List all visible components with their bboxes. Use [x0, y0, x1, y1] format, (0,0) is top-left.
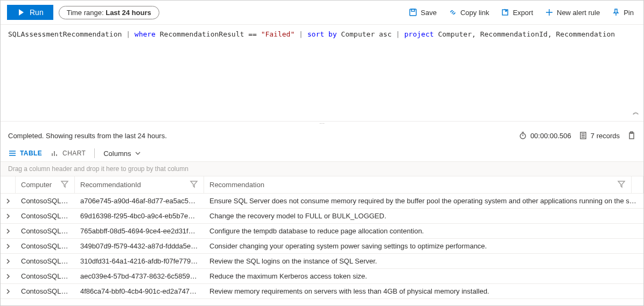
- run-button[interactable]: Run: [7, 5, 53, 20]
- cell-recommendation: Review the SQL logins on the instance of…: [204, 254, 643, 268]
- record-count: 7 records: [579, 131, 620, 140]
- save-label: Save: [421, 9, 437, 17]
- chevron-down-icon: [134, 149, 142, 158]
- expand-row-icon[interactable]: [1, 239, 16, 253]
- expand-row-icon[interactable]: [1, 269, 16, 283]
- query-table: SQLAssessmentRecommendation: [8, 30, 122, 38]
- time-range-selector[interactable]: Time range: Last 24 hours: [59, 6, 159, 19]
- table-row[interactable]: ContosoSQLSrv1a706e745-a90d-46af-8d77-ea…: [1, 194, 643, 209]
- time-range-prefix: Time range:: [67, 9, 106, 17]
- filter-icon[interactable]: [617, 180, 626, 190]
- stopwatch-icon: [519, 131, 527, 140]
- chart-icon: [51, 149, 59, 158]
- export-label: Export: [513, 9, 533, 17]
- column-header-recommendation[interactable]: Recommendation: [204, 176, 632, 193]
- table-row[interactable]: ContosoSQLSrv1310dfd31-64a1-4216-afdb-f0…: [1, 254, 643, 269]
- grid-body: ContosoSQLSrv1a706e745-a90d-46af-8d77-ea…: [1, 194, 643, 299]
- divider: [94, 148, 95, 158]
- status-bar: Completed. Showing results from the last…: [1, 126, 643, 145]
- view-tabs: TABLE CHART Columns: [1, 145, 643, 162]
- export-button[interactable]: Export: [498, 6, 536, 19]
- cell-computer: ContosoSQLSrv1: [16, 194, 75, 208]
- cell-computer: ContosoSQLSrv1: [16, 269, 75, 283]
- toolbar: Run Time range: Last 24 hours Save Copy …: [1, 1, 643, 25]
- cell-recommendationid: a706e745-a90d-46af-8d77-ea5ac51a233c: [75, 194, 204, 208]
- new-alert-label: New alert rule: [557, 9, 600, 17]
- expand-row-icon[interactable]: [1, 209, 16, 223]
- status-message: Completed. Showing results from the last…: [8, 132, 167, 140]
- cell-recommendationid: aec039e4-57bd-4737-8632-6c58593d4...: [75, 269, 204, 283]
- grid-header: Computer RecommendationId Recommendation: [1, 176, 643, 194]
- table-row[interactable]: ContosoSQLSrv1aec039e4-57bd-4737-8632-6c…: [1, 269, 643, 284]
- expand-row-icon[interactable]: [1, 224, 16, 238]
- pin-icon: [612, 8, 620, 17]
- copy-results-button[interactable]: [627, 131, 636, 140]
- cell-computer: ContosoSQLSrv1: [16, 284, 75, 298]
- tab-table[interactable]: TABLE: [8, 149, 42, 158]
- export-icon: [501, 8, 509, 17]
- records-icon: [579, 131, 587, 140]
- cell-recommendationid: 349b07d9-f579-4432-a87d-fddda5e63c...: [75, 239, 204, 253]
- filter-icon[interactable]: [60, 180, 69, 190]
- column-header-computer[interactable]: Computer: [16, 176, 75, 193]
- svg-rect-0: [410, 9, 416, 16]
- column-end: [632, 176, 643, 193]
- table-row[interactable]: ContosoSQLSrv14f86ca74-bbf0-4cb4-901c-ed…: [1, 284, 643, 299]
- elapsed-time: 00:00:00.506: [519, 131, 571, 140]
- query-editor[interactable]: SQLAssessmentRecommendation | where Reco…: [1, 25, 643, 122]
- column-expand: [1, 176, 16, 193]
- group-by-drop-zone[interactable]: Drag a column header and drop it here to…: [1, 162, 643, 176]
- cell-recommendation: Reduce the maximum Kerberos access token…: [204, 269, 643, 283]
- column-header-recommendationid[interactable]: RecommendationId: [75, 176, 204, 193]
- clipboard-icon: [627, 131, 636, 140]
- plus-icon: [545, 8, 554, 17]
- cell-recommendationid: 69d16398-f295-4bc0-a9c4-eb5b7e7096...: [75, 209, 204, 223]
- save-button[interactable]: Save: [405, 6, 440, 19]
- cell-recommendation: Configure the tempdb database to reduce …: [204, 224, 643, 238]
- time-range-value: Last 24 hours: [106, 9, 151, 17]
- table-row[interactable]: ContosoSQLSrv169d16398-f295-4bc0-a9c4-eb…: [1, 209, 643, 224]
- table-row[interactable]: ContosoSQLSrv1765abbff-08d5-4694-9ce4-ee…: [1, 224, 643, 239]
- cell-recommendationid: 4f86ca74-bbf0-4cb4-901c-ed2a7476602b: [75, 284, 204, 298]
- link-icon: [449, 8, 457, 17]
- cell-computer: ContosoSQLSrv1: [16, 224, 75, 238]
- cell-recommendation: Ensure SQL Server does not consume memor…: [204, 194, 643, 208]
- table-row[interactable]: ContosoSQLSrv1349b07d9-f579-4432-a87d-fd…: [1, 239, 643, 254]
- copy-link-label: Copy link: [460, 9, 489, 17]
- pin-button[interactable]: Pin: [608, 6, 637, 19]
- run-label: Run: [30, 8, 44, 17]
- filter-icon[interactable]: [190, 180, 198, 190]
- copy-link-button[interactable]: Copy link: [445, 6, 492, 19]
- collapse-editor-icon[interactable]: ︽: [633, 108, 639, 117]
- table-icon: [8, 149, 17, 158]
- cell-recommendation: Review memory requirements on servers wi…: [204, 284, 643, 298]
- tab-chart[interactable]: CHART: [51, 149, 86, 158]
- svg-rect-1: [411, 9, 415, 11]
- cell-recommendationid: 765abbff-08d5-4694-9ce4-ee2d31fe0dca: [75, 224, 204, 238]
- cell-recommendation: Change the recovery model to FULL or BUL…: [204, 209, 643, 223]
- save-icon: [409, 8, 417, 17]
- pin-label: Pin: [624, 9, 634, 17]
- splitter-handle[interactable]: ⋯: [1, 122, 643, 126]
- play-icon: [17, 8, 25, 17]
- new-alert-rule-button[interactable]: New alert rule: [542, 6, 603, 19]
- cell-computer: ContosoSQLSrv1: [16, 209, 75, 223]
- expand-row-icon[interactable]: [1, 194, 16, 208]
- columns-button[interactable]: Columns: [103, 149, 142, 158]
- expand-row-icon[interactable]: [1, 284, 16, 298]
- cell-computer: ContosoSQLSrv1: [16, 239, 75, 253]
- expand-row-icon[interactable]: [1, 254, 16, 268]
- cell-recommendation: Consider changing your operating system …: [204, 239, 643, 253]
- cell-recommendationid: 310dfd31-64a1-4216-afdb-f07fe77972ca: [75, 254, 204, 268]
- cell-computer: ContosoSQLSrv1: [16, 254, 75, 268]
